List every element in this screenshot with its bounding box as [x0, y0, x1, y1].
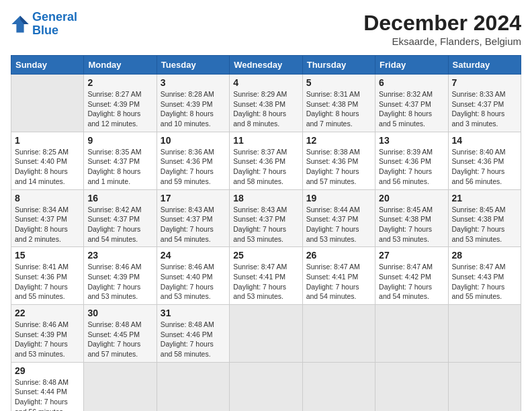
calendar-cell: 1Sunrise: 8:25 AM Sunset: 4:40 PM Daylig… — [11, 132, 84, 189]
day-number: 13 — [379, 135, 444, 146]
day-number: 2 — [87, 77, 152, 88]
calendar-cell: 14Sunrise: 8:40 AM Sunset: 4:36 PM Dayli… — [448, 132, 521, 189]
calendar-cell: 3Sunrise: 8:28 AM Sunset: 4:39 PM Daylig… — [157, 75, 229, 132]
calendar-week-row: 1Sunrise: 8:25 AM Sunset: 4:40 PM Daylig… — [11, 132, 521, 189]
calendar-cell: 4Sunrise: 8:29 AM Sunset: 4:38 PM Daylig… — [230, 75, 302, 132]
calendar-cell: 29Sunrise: 8:48 AM Sunset: 4:44 PM Dayli… — [11, 362, 84, 411]
calendar-cell — [11, 75, 84, 132]
day-info: Sunrise: 8:47 AM Sunset: 4:41 PM Dayligh… — [233, 262, 298, 302]
day-number: 23 — [87, 250, 152, 261]
calendar-cell: 30Sunrise: 8:48 AM Sunset: 4:45 PM Dayli… — [84, 305, 157, 363]
calendar-cell: 12Sunrise: 8:38 AM Sunset: 4:36 PM Dayli… — [302, 132, 375, 189]
calendar-week-row: 2Sunrise: 8:27 AM Sunset: 4:39 PM Daylig… — [11, 75, 521, 132]
day-info: Sunrise: 8:46 AM Sunset: 4:39 PM Dayligh… — [87, 262, 152, 302]
day-info: Sunrise: 8:33 AM Sunset: 4:37 PM Dayligh… — [452, 89, 517, 129]
weekday-header-saturday: Saturday — [448, 56, 521, 75]
day-number: 14 — [452, 135, 517, 146]
calendar-cell: 26Sunrise: 8:47 AM Sunset: 4:41 PM Dayli… — [302, 247, 375, 305]
weekday-header-wednesday: Wednesday — [230, 56, 302, 75]
day-number: 24 — [161, 250, 226, 261]
day-number: 8 — [15, 193, 80, 203]
calendar-cell: 24Sunrise: 8:46 AM Sunset: 4:40 PM Dayli… — [157, 247, 229, 305]
calendar-cell: 23Sunrise: 8:46 AM Sunset: 4:39 PM Dayli… — [84, 247, 157, 305]
day-number: 22 — [15, 308, 80, 318]
day-info: Sunrise: 8:45 AM Sunset: 4:38 PM Dayligh… — [452, 205, 517, 244]
calendar-cell: 17Sunrise: 8:43 AM Sunset: 4:37 PM Dayli… — [157, 189, 229, 247]
weekday-header-thursday: Thursday — [302, 56, 375, 75]
day-number: 15 — [15, 250, 80, 261]
calendar-week-row: 15Sunrise: 8:41 AM Sunset: 4:36 PM Dayli… — [11, 247, 521, 305]
day-number: 19 — [306, 193, 371, 203]
day-number: 29 — [15, 365, 80, 376]
day-info: Sunrise: 8:35 AM Sunset: 4:37 PM Dayligh… — [87, 147, 152, 187]
weekday-header-tuesday: Tuesday — [157, 56, 229, 75]
day-info: Sunrise: 8:36 AM Sunset: 4:36 PM Dayligh… — [161, 147, 226, 187]
day-info: Sunrise: 8:38 AM Sunset: 4:36 PM Dayligh… — [306, 147, 371, 187]
day-info: Sunrise: 8:47 AM Sunset: 4:42 PM Dayligh… — [379, 262, 444, 302]
calendar-cell: 2Sunrise: 8:27 AM Sunset: 4:39 PM Daylig… — [84, 75, 157, 132]
day-number: 10 — [161, 135, 226, 146]
calendar-cell: 31Sunrise: 8:48 AM Sunset: 4:46 PM Dayli… — [157, 305, 229, 363]
calendar-cell — [157, 362, 229, 411]
calendar-cell — [302, 305, 375, 363]
day-info: Sunrise: 8:31 AM Sunset: 4:38 PM Dayligh… — [306, 89, 371, 129]
calendar-cell — [230, 305, 302, 363]
day-info: Sunrise: 8:39 AM Sunset: 4:36 PM Dayligh… — [379, 147, 444, 187]
calendar-cell: 6Sunrise: 8:32 AM Sunset: 4:37 PM Daylig… — [375, 75, 448, 132]
page-subtitle: Eksaarde, Flanders, Belgium — [363, 36, 521, 47]
day-number: 31 — [161, 308, 226, 318]
day-number: 11 — [233, 135, 298, 146]
calendar-cell — [375, 362, 448, 411]
calendar-cell: 11Sunrise: 8:37 AM Sunset: 4:36 PM Dayli… — [230, 132, 302, 189]
calendar-table: SundayMondayTuesdayWednesdayThursdayFrid… — [11, 55, 521, 411]
day-info: Sunrise: 8:46 AM Sunset: 4:39 PM Dayligh… — [15, 320, 80, 359]
calendar-cell — [230, 362, 302, 411]
day-number: 1 — [15, 135, 80, 146]
title-block: December 2024 Eksaarde, Flanders, Belgiu… — [363, 11, 521, 47]
logo-icon — [11, 15, 30, 34]
day-info: Sunrise: 8:40 AM Sunset: 4:36 PM Dayligh… — [452, 147, 517, 187]
day-number: 4 — [233, 77, 298, 88]
calendar-cell: 20Sunrise: 8:45 AM Sunset: 4:38 PM Dayli… — [375, 189, 448, 247]
day-info: Sunrise: 8:48 AM Sunset: 4:45 PM Dayligh… — [87, 320, 152, 359]
day-number: 9 — [87, 135, 152, 146]
calendar-cell: 21Sunrise: 8:45 AM Sunset: 4:38 PM Dayli… — [448, 189, 521, 247]
day-info: Sunrise: 8:41 AM Sunset: 4:36 PM Dayligh… — [15, 262, 80, 302]
page-container: General Blue December 2024 Eksaarde, Fla… — [11, 11, 521, 411]
day-number: 20 — [379, 193, 444, 203]
day-number: 30 — [87, 308, 152, 318]
calendar-cell: 7Sunrise: 8:33 AM Sunset: 4:37 PM Daylig… — [448, 75, 521, 132]
day-number: 25 — [233, 250, 298, 261]
day-info: Sunrise: 8:25 AM Sunset: 4:40 PM Dayligh… — [15, 147, 80, 187]
calendar-cell — [302, 362, 375, 411]
day-number: 6 — [379, 77, 444, 88]
calendar-cell: 8Sunrise: 8:34 AM Sunset: 4:37 PM Daylig… — [11, 189, 84, 247]
calendar-week-row: 22Sunrise: 8:46 AM Sunset: 4:39 PM Dayli… — [11, 305, 521, 363]
day-info: Sunrise: 8:47 AM Sunset: 4:43 PM Dayligh… — [452, 262, 517, 302]
day-info: Sunrise: 8:32 AM Sunset: 4:37 PM Dayligh… — [379, 89, 444, 129]
day-number: 3 — [161, 77, 226, 88]
day-info: Sunrise: 8:44 AM Sunset: 4:37 PM Dayligh… — [306, 205, 371, 244]
calendar-cell: 5Sunrise: 8:31 AM Sunset: 4:38 PM Daylig… — [302, 75, 375, 132]
header: General Blue December 2024 Eksaarde, Fla… — [11, 11, 521, 47]
calendar-cell: 19Sunrise: 8:44 AM Sunset: 4:37 PM Dayli… — [302, 189, 375, 247]
calendar-cell: 28Sunrise: 8:47 AM Sunset: 4:43 PM Dayli… — [448, 247, 521, 305]
calendar-cell: 27Sunrise: 8:47 AM Sunset: 4:42 PM Dayli… — [375, 247, 448, 305]
logo-text: General Blue — [32, 11, 77, 38]
day-number: 18 — [233, 193, 298, 203]
day-number: 16 — [87, 193, 152, 203]
calendar-cell — [448, 305, 521, 363]
day-number: 5 — [306, 77, 371, 88]
day-number: 17 — [161, 193, 226, 203]
calendar-week-row: 29Sunrise: 8:48 AM Sunset: 4:44 PM Dayli… — [11, 362, 521, 411]
day-info: Sunrise: 8:46 AM Sunset: 4:40 PM Dayligh… — [161, 262, 226, 302]
day-info: Sunrise: 8:27 AM Sunset: 4:39 PM Dayligh… — [87, 89, 152, 129]
weekday-header-row: SundayMondayTuesdayWednesdayThursdayFrid… — [11, 56, 521, 75]
calendar-week-row: 8Sunrise: 8:34 AM Sunset: 4:37 PM Daylig… — [11, 189, 521, 247]
calendar-cell: 15Sunrise: 8:41 AM Sunset: 4:36 PM Dayli… — [11, 247, 84, 305]
day-info: Sunrise: 8:48 AM Sunset: 4:46 PM Dayligh… — [161, 320, 226, 359]
calendar-cell: 16Sunrise: 8:42 AM Sunset: 4:37 PM Dayli… — [84, 189, 157, 247]
day-number: 7 — [452, 77, 517, 88]
day-info: Sunrise: 8:47 AM Sunset: 4:41 PM Dayligh… — [306, 262, 371, 302]
calendar-cell: 9Sunrise: 8:35 AM Sunset: 4:37 PM Daylig… — [84, 132, 157, 189]
